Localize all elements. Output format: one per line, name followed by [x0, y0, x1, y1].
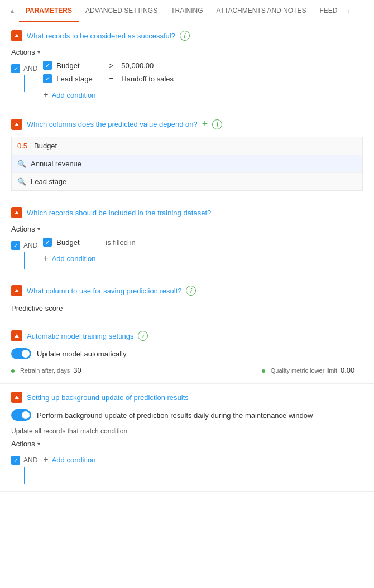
- successful-add-condition-btn[interactable]: + Add condition: [43, 88, 363, 102]
- condition-leadstage-operator: =: [106, 75, 117, 83]
- training-fields-row: Retrain after, days 30 Quality metric lo…: [11, 366, 363, 375]
- successful-and-checkbox[interactable]: [11, 64, 20, 73]
- predicted-value-info-icon[interactable]: i: [212, 119, 222, 129]
- collapse-predicted-btn[interactable]: [11, 119, 22, 130]
- tab-parameters[interactable]: PARAMETERS: [19, 0, 79, 22]
- search-leadstage-icon: 🔍: [17, 177, 26, 186]
- table-row: Budget > 50,000.00: [43, 61, 363, 70]
- successful-actions-dropdown[interactable]: Actions ▾: [11, 48, 40, 56]
- background-update-header: Setting up background update of predicti…: [11, 392, 363, 403]
- add-condition-label: Add condition: [52, 91, 96, 99]
- prediction-column-section: What column to use for saving prediction…: [0, 277, 374, 322]
- condition-budget-value: 50,000.00: [121, 61, 154, 70]
- retrain-value[interactable]: 30: [73, 366, 95, 375]
- background-and-label: AND: [23, 456, 37, 464]
- training-add-condition-label: Add condition: [52, 254, 96, 263]
- successful-and-label: AND: [23, 65, 37, 73]
- training-blue-line: [24, 252, 25, 269]
- background-toggle[interactable]: [11, 409, 31, 421]
- collapse-training-dataset-btn[interactable]: [11, 207, 22, 218]
- condition-leadstage-checkbox[interactable]: [43, 74, 52, 83]
- tab-bar: ▲ PARAMETERS ADVANCED SETTINGS TRAINING …: [0, 0, 374, 22]
- training-actions-arrow: ▾: [37, 226, 40, 232]
- successful-records-body: Actions ▾ AND Budget > 50,000.00: [11, 48, 363, 102]
- condition-leadstage-field: Lead stage: [56, 75, 101, 83]
- quality-value[interactable]: 0.00: [341, 366, 363, 375]
- predicted-value-title: Which columns does the predicted value d…: [27, 120, 198, 128]
- add-column-btn[interactable]: +: [202, 118, 208, 130]
- tab-left-arrow[interactable]: ▲: [6, 7, 19, 15]
- tab-attachments[interactable]: ATTACHMENTS AND NOTES: [210, 0, 313, 22]
- background-actions-dropdown[interactable]: Actions ▾: [11, 440, 40, 448]
- tab-right-arrow[interactable]: ›: [344, 7, 353, 15]
- training-dataset-header: Which records should be included in the …: [11, 207, 363, 218]
- background-add-plus-icon: +: [43, 455, 48, 465]
- successful-conditions-list: Budget > 50,000.00 Lead stage = Handoff …: [43, 61, 363, 102]
- update-model-toggle[interactable]: [11, 348, 31, 359]
- background-toggle-label: Perform background update of prediction …: [37, 411, 313, 420]
- model-training-body: Update model automatically Retrain after…: [11, 348, 363, 375]
- collapse-model-training-btn[interactable]: [11, 330, 22, 341]
- update-match-text: Update all records that match condition: [11, 427, 363, 435]
- training-budget-value: is filled in: [106, 238, 135, 247]
- table-row: Budget is filled in: [43, 238, 363, 247]
- training-and-checkbox[interactable]: [11, 241, 20, 250]
- col-budget-weight: 0.5: [17, 142, 34, 150]
- tab-advanced-settings[interactable]: ADVANCED SETTINGS: [79, 0, 164, 22]
- svg-marker-2: [15, 211, 19, 214]
- svg-marker-4: [15, 334, 19, 338]
- background-add-condition-label: Add condition: [52, 456, 96, 464]
- training-dataset-body: Actions ▾ AND Budget is filled in: [11, 225, 363, 269]
- condition-budget-checkbox[interactable]: [43, 61, 52, 70]
- training-add-condition-btn[interactable]: + Add condition: [43, 251, 363, 266]
- training-dataset-section: Which records should be included in the …: [0, 199, 374, 277]
- successful-conditions-area: AND Budget > 50,000.00 Lead stage = Hand: [11, 61, 363, 102]
- list-item: 0.5 Budget: [12, 137, 362, 155]
- background-and-row: AND: [11, 452, 37, 465]
- training-conditions-list: Budget is filled in + Add condition: [43, 238, 363, 266]
- background-add-condition-btn[interactable]: + Add condition: [43, 452, 363, 467]
- tab-feed[interactable]: FEED: [313, 0, 344, 22]
- prediction-column-info-icon[interactable]: i: [186, 286, 196, 296]
- background-conditions-list: + Add condition: [43, 452, 363, 467]
- collapse-prediction-col-btn[interactable]: [11, 285, 22, 296]
- predicted-value-section: Which columns does the predicted value d…: [0, 110, 374, 199]
- quality-label: Quality metric lower limit: [271, 367, 337, 374]
- col-leadstage-name: Lead stage: [31, 177, 66, 186]
- list-item: 🔍 Annual revenue: [12, 155, 362, 173]
- retrain-green-dot: [11, 369, 15, 373]
- background-toggle-row: Perform background update of prediction …: [11, 409, 363, 421]
- training-actions-dropdown[interactable]: Actions ▾: [11, 225, 40, 233]
- successful-records-title: What records to be considered as success…: [27, 32, 175, 40]
- tab-training[interactable]: TRAINING: [164, 0, 209, 22]
- model-training-section: Automatic model training settings i Upda…: [0, 322, 374, 384]
- retrain-field-group: Retrain after, days 30: [11, 366, 95, 375]
- background-actions-arrow: ▾: [37, 441, 40, 447]
- condition-budget-operator: >: [106, 61, 117, 70]
- collapse-background-btn[interactable]: [11, 392, 22, 403]
- condition-leadstage-value: Handoff to sales: [121, 75, 174, 83]
- columns-block: 0.5 Budget 🔍 Annual revenue 🔍 Lead stage: [11, 137, 363, 191]
- training-and-block: AND: [11, 238, 37, 269]
- successful-records-header: What records to be considered as success…: [11, 30, 363, 41]
- background-and-checkbox[interactable]: [11, 456, 20, 465]
- model-training-title: Automatic model training settings: [27, 332, 133, 340]
- predicted-value-header: Which columns does the predicted value d…: [11, 118, 363, 130]
- prediction-column-header: What column to use for saving prediction…: [11, 285, 363, 296]
- predictive-score-value[interactable]: Predictive score: [11, 303, 123, 314]
- update-model-label: Update model automatically: [37, 350, 126, 358]
- training-budget-checkbox[interactable]: [43, 238, 52, 247]
- list-item: 🔍 Lead stage: [12, 173, 362, 190]
- condition-budget-field: Budget: [56, 61, 101, 70]
- svg-marker-0: [15, 34, 19, 37]
- retrain-label: Retrain after, days: [20, 367, 70, 374]
- col-budget-name: Budget: [34, 142, 57, 150]
- successful-records-info-icon[interactable]: i: [180, 31, 190, 41]
- background-and-block: AND: [11, 452, 37, 484]
- prediction-column-field: Predictive score: [11, 303, 363, 314]
- prediction-column-title: What column to use for saving prediction…: [27, 287, 181, 295]
- model-training-info-icon[interactable]: i: [138, 331, 148, 341]
- successful-blue-line: [24, 75, 25, 92]
- svg-marker-1: [15, 123, 19, 126]
- collapse-successful-btn[interactable]: [11, 30, 22, 41]
